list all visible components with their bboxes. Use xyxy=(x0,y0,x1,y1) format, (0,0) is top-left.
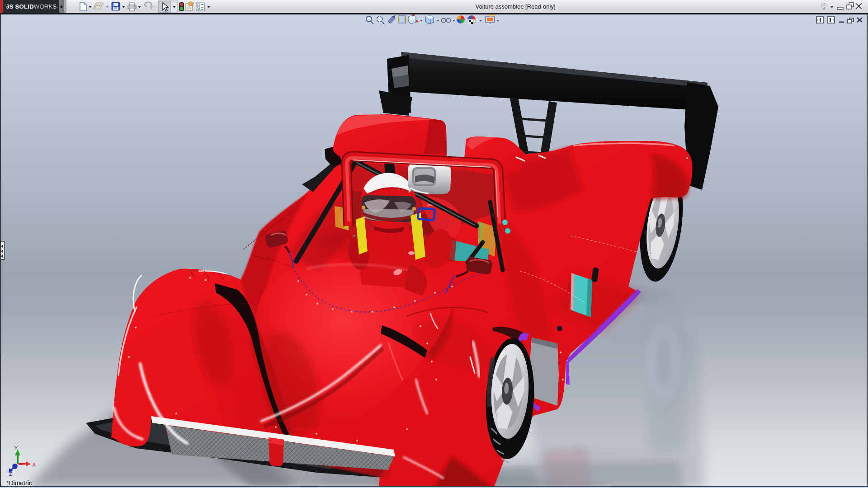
svg-text:Z: Z xyxy=(9,471,12,477)
svg-text:*Dimetric: *Dimetric xyxy=(6,479,32,487)
svg-text:X: X xyxy=(32,461,36,468)
svg-text:?: ? xyxy=(821,2,826,11)
